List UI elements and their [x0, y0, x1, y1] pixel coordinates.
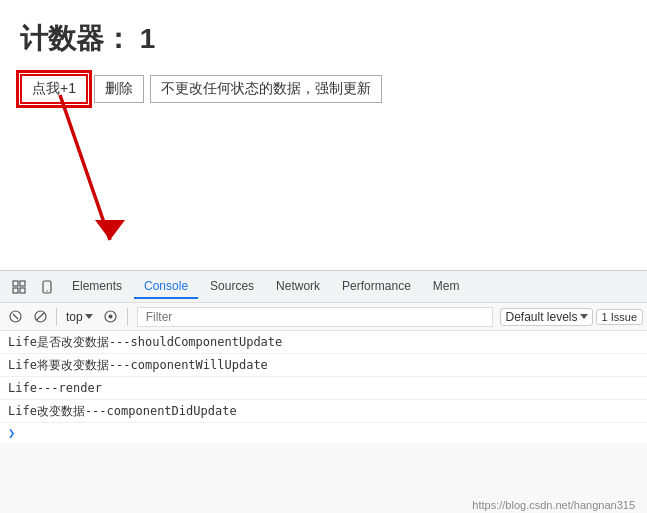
arrow-indicator	[30, 85, 150, 265]
svg-marker-1	[95, 220, 125, 240]
console-output: Life是否改变数据---shouldComponentUpdate Life将…	[0, 331, 647, 443]
svg-line-11	[36, 313, 44, 320]
svg-line-9	[13, 314, 18, 319]
devtools-panel: Elements Console Sources Network Perform…	[0, 270, 647, 513]
pause-on-exceptions-icon[interactable]	[4, 306, 26, 328]
force-update-button[interactable]: 不更改任何状态的数据，强制更新	[150, 75, 382, 103]
console-line-3: Life---render	[0, 377, 647, 400]
svg-marker-15	[580, 314, 588, 319]
tab-network[interactable]: Network	[266, 275, 330, 299]
svg-rect-4	[20, 281, 25, 286]
svg-rect-5	[20, 288, 25, 293]
console-line-2: Life将要改变数据---componentWillUpdate	[0, 354, 647, 377]
footer-url: https://blog.csdn.net/hangnan315	[468, 497, 639, 513]
filter-box[interactable]	[137, 307, 494, 327]
default-levels-dropdown[interactable]: Default levels	[500, 308, 592, 326]
tab-memory[interactable]: Mem	[423, 275, 470, 299]
svg-rect-3	[13, 288, 18, 293]
svg-point-14	[109, 315, 113, 319]
separator-2	[127, 308, 128, 326]
console-prompt[interactable]: ❯	[0, 423, 647, 443]
tab-sources[interactable]: Sources	[200, 275, 264, 299]
clear-console-icon[interactable]	[29, 306, 51, 328]
main-content: 计数器： 1 点我+1 删除 不更改任何状态的数据，强制更新	[0, 0, 647, 270]
default-levels-label: Default levels	[505, 310, 577, 324]
show-console-sidebar-icon[interactable]	[100, 306, 122, 328]
inspect-element-icon[interactable]	[6, 274, 32, 300]
separator-1	[56, 308, 57, 326]
svg-line-0	[60, 95, 110, 240]
device-toolbar-icon[interactable]	[34, 274, 60, 300]
context-selector[interactable]: top	[62, 309, 97, 325]
console-toolbar: top Default levels 1 Issue	[0, 303, 647, 331]
tab-elements[interactable]: Elements	[62, 275, 132, 299]
context-label: top	[66, 310, 83, 324]
svg-rect-2	[13, 281, 18, 286]
devtools-tabbar: Elements Console Sources Network Perform…	[0, 271, 647, 303]
tab-performance[interactable]: Performance	[332, 275, 421, 299]
filter-input[interactable]	[142, 310, 489, 324]
console-line-4: Life改变数据---componentDidUpdate	[0, 400, 647, 423]
console-line-1: Life是否改变数据---shouldComponentUpdate	[0, 331, 647, 354]
issue-badge: 1 Issue	[596, 309, 643, 325]
svg-point-7	[46, 290, 47, 291]
svg-marker-12	[85, 314, 93, 319]
tab-console[interactable]: Console	[134, 275, 198, 299]
counter-title: 计数器： 1	[20, 20, 627, 58]
